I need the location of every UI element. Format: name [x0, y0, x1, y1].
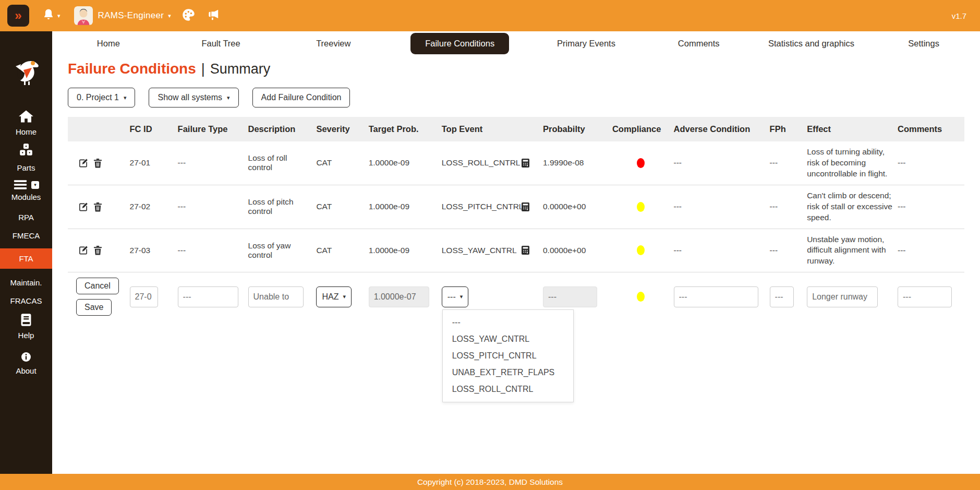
cell-fc-id: 27-03 [128, 229, 176, 272]
calculator-icon[interactable] [522, 159, 539, 168]
table-header: FC ID Failure Type Description Severity … [68, 117, 964, 141]
header-adverse-condition: Adverse Condition [672, 117, 768, 141]
calculator-icon[interactable] [522, 202, 539, 211]
cell-fph: --- [768, 141, 805, 185]
cancel-button[interactable]: Cancel [76, 278, 119, 294]
sidebar-item-modules[interactable]: ▾ Modules [0, 179, 52, 201]
theme-palette-button[interactable] [182, 8, 196, 24]
cell-probability: 0.0000e+00 [541, 185, 610, 229]
project-select[interactable]: 0. Project 1 ▾ [68, 88, 135, 107]
save-button[interactable]: Save [76, 299, 112, 316]
user-menu[interactable]: RAMS-Engineer ▾ [98, 10, 172, 21]
sidebar-item-label: Home [16, 127, 37, 136]
caret-down-icon: ▾ [57, 13, 61, 19]
main-content: Home Fault Tree Treeview Failure Conditi… [52, 31, 980, 474]
comments-input[interactable] [898, 286, 952, 307]
edit-row-button[interactable] [78, 158, 88, 168]
sidebar-item-label: Parts [17, 163, 35, 172]
edit-row-button[interactable] [78, 202, 88, 212]
sidebar-item-fracas[interactable]: FRACAS [0, 296, 52, 305]
severity-select[interactable]: HAZ ▾ [316, 286, 352, 307]
cell-fph: --- [768, 229, 805, 272]
top-event-option[interactable]: UNAB_EXT_RETR_FLAPS [443, 364, 573, 381]
top-event-option[interactable]: LOSS_ROLL_CNTRL [443, 381, 573, 398]
cell-adverse-condition: --- [672, 141, 768, 185]
calculator-icon[interactable] [522, 246, 539, 255]
cell-probability: 1.9990e-08 [541, 141, 610, 185]
page-subtitle: Summary [210, 61, 271, 77]
megaphone-icon [206, 8, 221, 23]
header-probability: Probabilty [541, 117, 610, 141]
cell-adverse-condition: --- [672, 229, 768, 272]
sidebar-item-about[interactable]: About [0, 352, 52, 375]
severity-select-value: HAZ [322, 292, 338, 302]
description-input[interactable] [248, 286, 304, 307]
tab-statistics-and-graphics[interactable]: Statistics and graphics [755, 34, 868, 53]
sidebar-item-label: About [16, 366, 36, 375]
tab-treeview[interactable]: Treeview [277, 34, 390, 53]
tab-settings[interactable]: Settings [867, 34, 980, 53]
cell-adverse-condition: --- [672, 185, 768, 229]
tab-failure-conditions[interactable]: Failure Conditions [410, 33, 509, 54]
header-description: Description [246, 117, 314, 141]
header-failure-type: Failure Type [176, 117, 246, 141]
header-compliance: Compliance [610, 117, 672, 141]
sidebar-item-home[interactable]: Home [0, 110, 52, 136]
target-prob-input [369, 286, 429, 307]
probability-input [543, 286, 597, 307]
sidebar-item-fta[interactable]: FTA [0, 248, 52, 269]
top-event-option[interactable]: LOSS_PITCH_CNTRL [443, 348, 573, 364]
top-event-option[interactable]: --- [443, 314, 573, 331]
header-effect: Effect [805, 117, 896, 141]
cell-effect: Unstable yaw motion, difficult alignment… [805, 229, 896, 272]
modules-dropdown-icon[interactable]: ▾ [31, 181, 39, 189]
cell-comments: --- [896, 185, 964, 229]
sidebar-item-fmeca[interactable]: FMECA [0, 231, 52, 240]
modules-icon: ▾ [13, 179, 39, 190]
top-event-select[interactable]: --- ▾ [442, 286, 469, 307]
sidebar-item-maintain[interactable]: Maintain. [0, 278, 52, 287]
notifications-button[interactable]: ▾ [42, 8, 61, 23]
cell-top-event: LOSS_YAW_CNTRL [440, 229, 519, 272]
sidebar-item-help[interactable]: Help [0, 313, 52, 340]
project-select-value: 0. Project 1 [77, 93, 119, 102]
adverse-condition-input[interactable] [674, 286, 758, 307]
help-book-icon [19, 313, 33, 329]
sidebar-item-rpa[interactable]: RPA [0, 213, 52, 222]
fc-id-input[interactable] [130, 286, 158, 307]
delete-row-button[interactable] [93, 158, 102, 168]
header-severity: Severity [314, 117, 366, 141]
announcements-button[interactable] [206, 8, 221, 23]
sidebar-collapse-button[interactable]: » [7, 5, 29, 27]
tab-home[interactable]: Home [52, 34, 165, 53]
cell-top-event: LOSS_ROLL_CNTRL [440, 141, 519, 185]
sidebar-item-parts[interactable]: Parts [0, 143, 52, 172]
page-header: Failure Conditions | Summary [52, 61, 980, 77]
edit-row: Cancel Save HAZ ▾ --- [68, 272, 964, 321]
delete-row-button[interactable] [93, 202, 102, 212]
cell-fc-id: 27-02 [128, 185, 176, 229]
header-comments: Comments [896, 117, 964, 141]
tab-comments[interactable]: Comments [643, 34, 755, 53]
user-avatar[interactable] [74, 6, 93, 25]
systems-filter-select[interactable]: Show all systems ▾ [149, 88, 238, 107]
tab-fault-tree[interactable]: Fault Tree [165, 34, 277, 53]
info-icon [21, 352, 31, 364]
module-tab-bar: Home Fault Tree Treeview Failure Conditi… [52, 31, 980, 55]
failure-type-input[interactable] [178, 286, 238, 307]
delete-row-button[interactable] [93, 245, 102, 255]
compliance-status-dot [637, 292, 645, 302]
edit-row-button[interactable] [78, 245, 88, 255]
filter-toolbar: 0. Project 1 ▾ Show all systems ▾ Add Fa… [52, 88, 980, 107]
fph-input[interactable] [770, 286, 794, 307]
top-event-option[interactable]: LOSS_YAW_CNTRL [443, 331, 573, 348]
app-version-label: v1.7 [952, 11, 966, 20]
tab-primary-events[interactable]: Primary Events [530, 34, 643, 53]
palette-icon [182, 8, 196, 24]
top-event-select-value: --- [447, 292, 456, 302]
effect-input[interactable] [807, 286, 878, 307]
cell-target-prob: 1.0000e-09 [367, 229, 440, 272]
compliance-status-dot [637, 202, 645, 212]
header-actions [68, 117, 128, 141]
add-failure-condition-button[interactable]: Add Failure Condition [252, 88, 350, 107]
